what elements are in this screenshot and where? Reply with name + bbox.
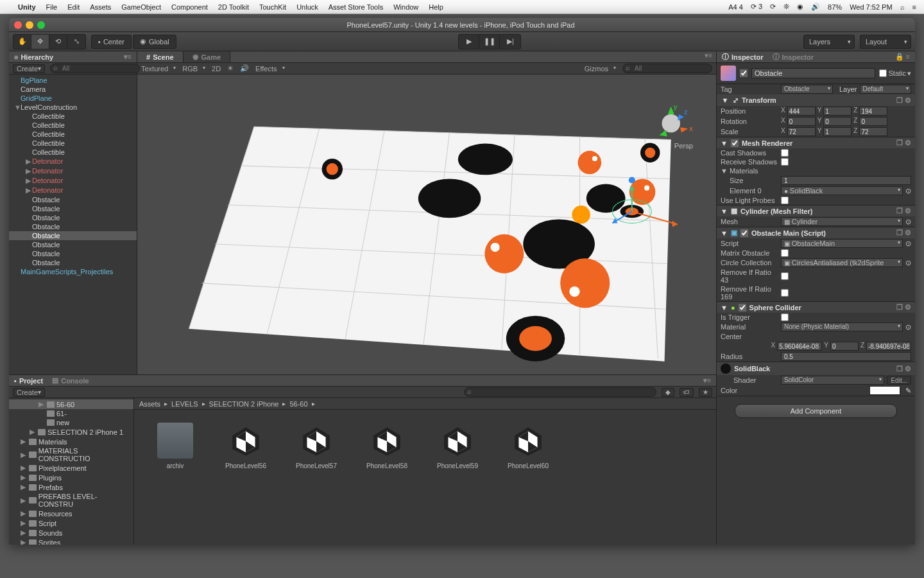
pos-z[interactable] [859,107,887,116]
hierarchy-item[interactable]: Obstacle [9,222,137,231]
asset-item[interactable]: PhoneLevel56 [220,423,271,469]
hierarchy-search[interactable] [50,64,140,73]
hierarchy-create[interactable]: Create ▾ [13,64,45,73]
menu-edit[interactable]: Edit [67,3,80,11]
rotate-tool[interactable]: ⟲ [49,35,67,49]
scene-rendermode[interactable]: RGB [182,65,205,73]
menubar-adobe-icon[interactable]: A4 4 [728,3,743,11]
scene-search[interactable] [622,64,712,73]
matrix-obstacle[interactable] [781,249,789,257]
remove-169[interactable] [781,289,789,297]
hierarchy-item[interactable]: ▶Detonator [9,157,137,166]
breadcrumb-item[interactable]: SELECTION 2 iPhone [209,400,279,408]
menu-help[interactable]: Help [429,3,443,11]
object-picker-icon[interactable]: ⊙ [905,259,911,267]
menubar-bluetooth-icon[interactable]: ❊ [783,3,789,11]
tag-dropdown[interactable]: Obstacle [781,85,833,94]
hierarchy-item[interactable]: Obstacle [9,240,137,249]
asset-item[interactable]: PhoneLevel58 [361,423,413,469]
hierarchy-item[interactable]: Obstacle [9,231,137,240]
scene-panel-menu-icon[interactable]: ▾≡ [701,51,716,62]
gameobject-name[interactable] [751,68,875,78]
project-tree-item[interactable]: ▶ Materials [9,437,133,446]
component-menu-icon[interactable]: ❐ ⚙ [896,365,911,373]
console-tab[interactable]: ▤ Console [52,376,89,385]
mesh-field[interactable]: ▦ Cylinder [781,217,903,226]
menu-assets[interactable]: Assets [90,3,111,11]
project-star-icon[interactable]: ★ [699,388,712,397]
project-tree-item[interactable]: 61- [9,409,133,418]
gameobject-active[interactable] [740,69,748,77]
radius[interactable] [781,352,911,361]
rot-y[interactable] [823,117,851,126]
hierarchy-item[interactable]: MainGameScripts_Projectiles [9,267,137,276]
project-label-icon[interactable]: 🏷 [680,388,694,397]
play-button[interactable]: ▶ [459,35,479,49]
physic-material[interactable]: None (Physic Material) [781,322,903,331]
menubar-notification-icon[interactable]: ≡ [912,3,916,11]
inspector-tab-2[interactable]: ⓘ Inspector [773,52,814,62]
pos-x[interactable] [787,107,816,116]
project-panel-menu-icon[interactable]: ▾≡ [703,376,711,385]
add-component-button[interactable]: Add Component [735,404,897,418]
minimize-button[interactable] [26,21,33,29]
object-picker-icon[interactable]: ⊙ [905,218,911,226]
hierarchy-item[interactable]: ▶Detonator [9,166,137,176]
component-menu-icon[interactable]: ❐ ⚙ [896,96,911,105]
hand-tool[interactable]: ✋ [13,35,31,49]
hierarchy-item[interactable]: ▶Detonator [9,176,137,186]
project-tree-item[interactable]: new [9,418,133,427]
project-tree-item[interactable]: ▶ Sounds [9,528,133,538]
hierarchy-item[interactable]: ▶Detonator [9,186,137,195]
layout-dropdown[interactable]: Layout [860,35,911,49]
scale-tool[interactable]: ⤡ [67,35,85,49]
is-trigger[interactable] [781,313,789,321]
hierarchy-item[interactable]: BgPlane [9,76,137,85]
zoom-button[interactable] [37,21,45,29]
move-tool[interactable]: ✥ [31,35,49,49]
collider-enabled[interactable] [739,304,746,311]
menu-unluck[interactable]: Unluck [296,3,318,11]
scene-audio-icon[interactable]: 🔊 [240,64,249,73]
scl-x[interactable] [787,127,816,136]
menubar-battery[interactable]: 87% [828,3,842,11]
menu-touchkit[interactable]: TouchKit [259,3,286,11]
project-tree-item[interactable]: ▶ PREFABS LEVEL-CONSTRU [9,492,133,509]
hierarchy-item[interactable]: Collectible [9,139,137,148]
asset-item[interactable]: PhoneLevel60 [502,423,554,469]
shader-edit[interactable]: Edit... [887,376,911,385]
mesh-renderer-enabled[interactable] [731,139,739,147]
project-tree-item[interactable]: ▶ Script [9,518,133,528]
menu-window[interactable]: Window [393,3,418,11]
component-menu-icon[interactable]: ❐ ⚙ [896,229,911,237]
object-picker-icon[interactable]: ⊙ [905,187,911,195]
rot-z[interactable] [859,117,887,126]
remove-43[interactable] [781,272,789,280]
menu-file[interactable]: File [46,3,58,11]
hierarchy-item[interactable]: GridPlane [9,94,137,103]
pivot-center[interactable]: ▪Center [91,35,132,49]
project-tree-item[interactable]: ▶ MATERIALS CONSTRUCTIO [9,446,133,463]
component-menu-icon[interactable]: ❐ ⚙ [896,207,911,215]
menu-app[interactable]: Unity [18,3,36,11]
scene-view[interactable]: y z x Persp [137,74,716,374]
hierarchy-item[interactable]: Obstacle [9,204,137,213]
center-z[interactable] [866,342,911,351]
project-tab[interactable]: ▪ Project [14,377,43,385]
hierarchy-item[interactable]: Collectible [9,121,137,130]
menubar-spotlight-icon[interactable]: ⌕ [900,3,905,11]
component-menu-icon[interactable]: ❐ ⚙ [896,139,911,147]
scene-light-icon[interactable]: ☀ [227,64,234,73]
project-filter-icon[interactable]: ◆ [662,388,674,397]
asset-item[interactable]: PhoneLevel59 [432,423,483,469]
object-picker-icon[interactable]: ⊙ [905,240,911,248]
scene-2d-toggle[interactable]: 2D [212,65,221,73]
inspector-tab[interactable]: ⓘ Inspector [722,52,764,62]
pos-y[interactable] [823,107,851,116]
menu-component[interactable]: Component [171,3,208,11]
project-search[interactable] [464,387,656,397]
component-menu-icon[interactable]: ❐ ⚙ [896,303,911,311]
static-checkbox[interactable] [879,69,887,77]
breadcrumb-item[interactable]: LEVELS [171,400,198,408]
menubar-notify-icon[interactable]: ⟳ 3 [751,3,762,11]
